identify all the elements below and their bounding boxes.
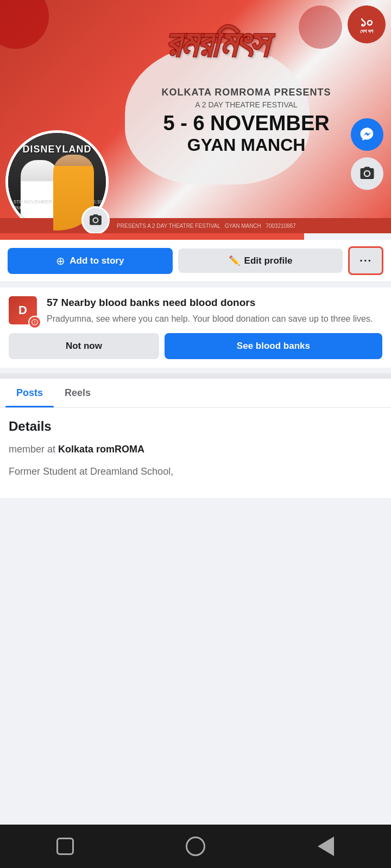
blood-drop-badge (28, 316, 41, 329)
add-to-story-button[interactable]: ⊕ Add to story (8, 248, 173, 274)
deco-circle-right (299, 5, 342, 49)
profile-camera-icon[interactable] (81, 206, 110, 233)
tabs-row: Posts Reels (0, 379, 391, 408)
deco-circle-left (0, 0, 49, 49)
detail-item-2: Former Student at Dreamland School, (9, 465, 382, 478)
home-icon (186, 837, 205, 856)
right-float-buttons (351, 118, 383, 190)
pencil-icon: ✏️ (229, 255, 240, 266)
plus-icon: ⊕ (56, 254, 65, 267)
tab-posts-label: Posts (16, 387, 43, 398)
back-button[interactable] (310, 830, 342, 863)
recent-apps-button[interactable] (49, 830, 81, 863)
edit-profile-button[interactable]: ✏️ Edit profile (178, 248, 343, 273)
recent-apps-icon (56, 838, 74, 855)
blood-donation-card: D 57 Nearby blood banks need blood donor… (0, 288, 391, 368)
more-dots-icon: ··· (360, 254, 372, 267)
add-story-label: Add to story (70, 256, 124, 266)
detail-item-1: member at Kolkata romROMA (9, 443, 382, 456)
android-nav-bar (0, 825, 391, 868)
not-now-button[interactable]: Not now (9, 333, 159, 359)
messenger-float-button[interactable] (351, 118, 383, 151)
blood-card-title: 57 Nearby blood banks need blood donors (47, 296, 382, 310)
blood-card-text: 57 Nearby blood banks need blood donors … (47, 296, 382, 325)
subtitle-line1: KOLKATA ROMROMA PRESENTS (162, 87, 331, 98)
channel-logo: ১০ দেশ দশ (348, 5, 386, 43)
action-buttons-row: ⊕ Add to story ✏️ Edit profile ··· (0, 240, 391, 282)
detail-item-2-text: Former Student at Dreamland School, (9, 466, 173, 477)
tab-reels-label: Reels (65, 387, 91, 398)
see-blood-banks-button[interactable]: See blood banks (165, 333, 382, 359)
detail-item-1-text: member at (9, 444, 58, 455)
edit-profile-label: Edit profile (244, 256, 293, 266)
subtitle-line4: GYAN MANCH (162, 135, 331, 155)
disneyland-label: DISNEYLAND (22, 144, 91, 155)
cover-subtitle-block: KOLKATA ROMROMA PRESENTS A 2 DAY THEATRE… (162, 87, 331, 155)
blood-icon-container: D (9, 296, 39, 327)
camera-float-button[interactable] (351, 157, 383, 190)
blood-card-header: D 57 Nearby blood banks need blood donor… (9, 296, 382, 327)
cover-photo: রমরমিৎস KOLKATA ROMROMA PRESENTS A 2 DAY… (0, 0, 391, 233)
details-section: Details member at Kolkata romROMA Former… (0, 408, 391, 498)
subtitle-line3: 5 - 6 NOVEMBER (162, 112, 331, 135)
back-icon (318, 837, 334, 856)
details-title: Details (9, 419, 382, 434)
home-button[interactable] (179, 830, 212, 863)
blood-card-description: Pradyumna, see where you can help. Your … (47, 313, 382, 325)
more-options-button[interactable]: ··· (348, 246, 383, 275)
section-divider (0, 373, 391, 379)
tab-posts[interactable]: Posts (5, 379, 54, 407)
tab-reels[interactable]: Reels (54, 379, 102, 407)
subtitle-line2: A 2 DAY THEATRE FESTIVAL (162, 100, 331, 109)
detail-item-1-bold: Kolkata romROMA (58, 444, 144, 455)
cover-bengali-title: রমরমিৎস (165, 22, 267, 67)
notification-strip (0, 233, 304, 240)
blood-card-actions: Not now See blood banks (9, 333, 382, 359)
